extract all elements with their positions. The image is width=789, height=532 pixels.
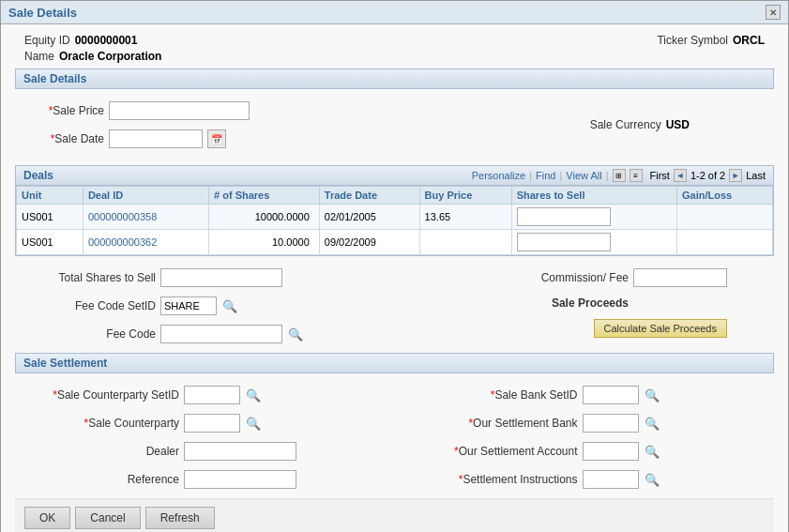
deals-header: Deals Personalize | Find | View All | ⊞ … [16,166,773,186]
settlement-bank-label: Our Settlement Bank [404,417,578,430]
bottom-buttons: OK Cancel Refresh [15,498,774,532]
close-icon: ✕ [769,8,777,18]
dealer-input[interactable] [184,442,296,461]
row2-unit: US001 [17,230,83,255]
ticker-value: ORCL [733,34,765,47]
search-icon: 🔍 [645,417,660,431]
fee-code-row: Fee Code 🔍 [24,325,304,343]
sale-counterparty-input[interactable] [184,414,240,433]
row1-trade-date: 02/01/2005 [319,205,419,230]
ticker-label: Ticker Symbol [657,34,728,47]
sale-counterparty-setid-row: Sale Counterparty SetID 🔍 [24,386,386,404]
fee-code-setid-label: Fee Code SetID [24,299,156,312]
settlement-right-col: Sale Bank SetID 🔍 Our Settlement Bank 🔍 [404,386,766,494]
settlement-instructions-label: Settlement Instructions [404,473,578,486]
fee-code-search-button[interactable]: 🔍 [287,326,304,342]
sale-bank-setid-search[interactable]: 🔍 [644,387,660,403]
row1-shares-to-sell-input[interactable] [517,207,611,226]
row1-buy-price: 13.65 [419,205,511,230]
close-button[interactable]: ✕ [766,5,781,20]
view-grid-icon[interactable]: ≡ [630,169,643,182]
deals-table: Unit Deal ID # of Shares Trade Date Buy … [16,186,773,255]
export-grid-icon[interactable]: ⊞ [613,169,626,182]
search-icon: 🔍 [288,327,303,342]
col-shares: # of Shares [209,187,320,205]
cancel-button[interactable]: Cancel [75,507,140,529]
sale-bank-setid-input[interactable] [583,386,639,404]
deals-controls: Personalize | Find | View All | ⊞ ≡ Firs… [472,169,766,182]
commission-input[interactable] [633,268,727,287]
fee-code-setid-row: Fee Code SetID 🔍 [24,296,304,315]
total-shares-label: Total Shares to Sell [24,271,156,284]
col-unit: Unit [17,187,83,205]
deals-table-body: US001 000000000358 10000.0000 02/01/2005… [17,205,773,255]
row2-deal-id[interactable]: 000000000362 [83,230,208,255]
search-icon: 🔍 [246,417,261,431]
col-trade-date: Trade Date [319,187,419,205]
row1-shares: 10000.0000 [209,205,320,230]
row2-gain-loss [677,230,773,255]
sale-proceeds-label: Sale Proceeds [516,296,629,310]
row2-shares: 10.0000 [209,230,320,255]
row2-shares-to-sell[interactable] [511,230,676,255]
personalize-link[interactable]: Personalize [472,170,525,181]
settlement-instructions-search[interactable]: 🔍 [644,471,660,488]
name-value: Oracle Corporation [59,50,161,63]
search-icon: 🔍 [222,299,237,313]
row1-shares-to-sell[interactable] [511,205,676,230]
prev-page-button[interactable]: ◄ [674,169,687,182]
name-label: Name [24,50,54,63]
fee-code-input[interactable] [160,325,282,343]
last-label: Last [746,170,766,181]
fee-code-label: Fee Code [24,327,156,341]
row2-trade-date: 09/02/2009 [319,230,419,255]
settlement-instructions-input[interactable] [583,470,639,489]
fee-code-setid-search-button[interactable]: 🔍 [221,297,238,314]
refresh-button[interactable]: Refresh [145,507,215,529]
equity-id-value: 0000000001 [75,34,138,47]
settlement-account-input[interactable] [583,442,639,461]
equity-id-row: Equity ID 0000000001 [24,34,161,47]
view-all-link[interactable]: View All [566,170,601,181]
next-page-button[interactable]: ► [729,169,742,182]
settlement-account-row: Our Settlement Account 🔍 [404,442,766,461]
sale-currency-value: USD [666,118,690,131]
fee-code-setid-input[interactable] [160,296,217,315]
sale-counterparty-setid-search[interactable]: 🔍 [245,387,262,403]
sale-date-row: Sale Date 📅 [24,129,250,148]
row1-gain-loss [677,205,773,230]
sale-counterparty-search[interactable]: 🔍 [245,415,262,432]
dealer-label: Dealer [24,445,179,458]
find-link[interactable]: Find [536,170,555,181]
reference-input[interactable] [184,470,296,489]
sale-counterparty-label: Sale Counterparty [24,417,179,430]
col-gain-loss: Gain/Loss [677,187,773,205]
sale-bank-setid-label: Sale Bank SetID [404,388,578,402]
sale-counterparty-setid-input[interactable] [184,386,240,404]
total-shares-input[interactable] [160,268,282,287]
row1-deal-id[interactable]: 000000000358 [83,205,208,230]
sale-date-input[interactable] [109,129,203,148]
title-bar: Sale Details ✕ [1,1,788,24]
row2-buy-price [419,230,511,255]
reference-row: Reference [24,470,386,489]
reference-label: Reference [24,473,179,486]
settlement-bank-search[interactable]: 🔍 [644,415,660,432]
calendar-button[interactable]: 📅 [207,129,226,148]
col-buy-price: Buy Price [419,187,511,205]
sale-currency-label: Sale Currency [568,118,661,131]
table-row: US001 000000000362 10.0000 09/02/2009 [17,230,773,255]
row2-shares-to-sell-input[interactable] [517,233,611,251]
sale-price-input[interactable] [109,101,250,120]
calculate-sale-proceeds-button[interactable]: Calculate Sale Proceeds [594,319,727,338]
sale-date-label: Sale Date [24,132,104,145]
search-icon: 🔍 [645,388,660,403]
total-shares-row: Total Shares to Sell [24,268,304,287]
page-info: 1-2 of 2 [690,170,725,181]
settlement-bank-input[interactable] [583,414,639,433]
settlement-account-search[interactable]: 🔍 [644,443,660,460]
deals-container: Deals Personalize | Find | View All | ⊞ … [15,165,774,256]
header-info: Equity ID 0000000001 Name Oracle Corpora… [15,34,774,63]
settlement-account-label: Our Settlement Account [404,445,578,458]
ok-button[interactable]: OK [24,507,70,529]
